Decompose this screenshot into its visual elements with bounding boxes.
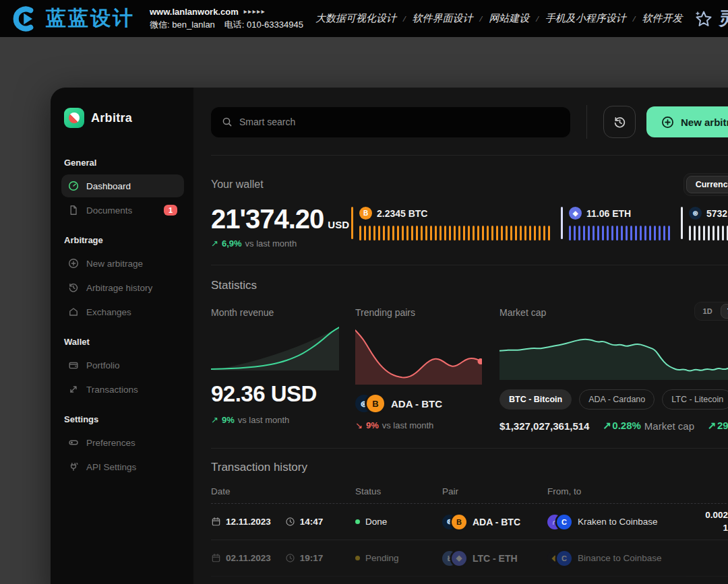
month-revenue-delta: ↗ 9% vs last month — [211, 415, 339, 425]
token-pill-ada-cardano[interactable]: ADA - Cardano — [579, 389, 655, 410]
transaction-row-2[interactable]: 02.11.202319:17PendingŁ◆LTC - ETH◆CBinan… — [211, 540, 728, 577]
plug-icon — [68, 461, 79, 472]
sidebar-item-api-settings[interactable]: API Settings — [61, 455, 184, 478]
collect-brand-text: 灵感收集 — [719, 7, 728, 30]
wallet-section: Your wallet CurrenciesExchanges 21'374.2… — [211, 156, 728, 249]
sidebar-item-preferences[interactable]: Preferences — [61, 431, 184, 454]
document-icon — [68, 205, 79, 216]
column-header-date: Date — [211, 486, 355, 496]
btc-icon: B — [452, 515, 466, 529]
table-body: 12.11.202314:47Done⊛BADA - BTC∩CKraken t… — [211, 504, 728, 584]
lanlan-logo[interactable]: 蓝蓝设计 — [11, 5, 135, 32]
wallet-balance: 21'374.20 USD ↗ 6,9% vs last month — [211, 204, 343, 249]
service-link-5[interactable]: 软件开发 — [642, 12, 682, 25]
sidebar-item-dashboard[interactable]: Dashboard — [61, 174, 184, 197]
sidebar-item-label: Transactions — [86, 385, 138, 395]
range-7d[interactable]: 7D — [721, 304, 728, 319]
sidebar-item-documents[interactable]: Documents1 — [61, 199, 184, 222]
token-pill-ltc-litecoin[interactable]: LTC - Litecoin — [662, 389, 728, 410]
service-separator: / — [633, 13, 636, 24]
column-header-from-to: From, to — [547, 486, 728, 496]
app-brand[interactable]: Arbitra — [61, 108, 184, 128]
sidebar-item-new-arbitrage[interactable]: New arbitrage — [61, 252, 184, 275]
arrows-decoration: ▸▸▸▸▸ — [244, 8, 266, 15]
market-cap-panel: Market cap 1D7D1M BTC - BitcoinADA - Car… — [499, 307, 728, 432]
trending-pair: ⊛B ADA - BTC — [355, 395, 483, 412]
sidebar-item-portfolio[interactable]: Portfolio — [61, 354, 184, 377]
sidebar-item-label: Documents — [86, 205, 132, 216]
cardano-icon: ⊛ — [689, 207, 702, 220]
sidebar-item-label: API Settings — [86, 462, 136, 472]
transaction-row-1[interactable]: 12.11.202314:47Done⊛BADA - BTC∩CKraken t… — [211, 504, 728, 540]
wallet-toggle: CurrenciesExchanges — [684, 173, 728, 196]
wallet-icon — [68, 360, 79, 370]
service-link-2[interactable]: 软件界面设计 — [413, 12, 473, 25]
page-background: Arbitra GeneralDashboardDocuments1Arbitr… — [0, 37, 728, 584]
sidebar-item-exchanges[interactable]: Exchanges — [61, 300, 184, 323]
currency-group-cardano: ⊛5732.61 ADA — [681, 207, 728, 240]
cell-from-to: ◆CBinance to Coinbase — [547, 551, 728, 566]
sidebar-item-label: Portfolio — [86, 360, 120, 370]
collect-logo[interactable]: 灵感收集 — [694, 7, 728, 30]
column-header-status: Status — [355, 486, 442, 496]
cell-status: Pending — [355, 553, 442, 563]
range-selector: 1D7D1M — [694, 302, 728, 321]
coinbase-icon: C — [557, 551, 572, 566]
service-link-1[interactable]: 大数据可视化设计 — [315, 12, 396, 25]
bitcoin-bars — [359, 226, 550, 240]
search-input[interactable] — [239, 117, 559, 127]
sidebar-section-arbitrage: Arbitrage — [64, 235, 181, 245]
status-dot — [355, 519, 360, 524]
cell-from-to: ∩CKraken to Coinbase — [547, 515, 728, 529]
sidebar-item-transactions[interactable]: Transactions — [61, 378, 184, 401]
transaction-history-section: Transaction history DateStatusPairFrom, … — [211, 449, 728, 584]
toggle-icon — [68, 437, 79, 448]
cell-date: 02.11.202319:17 — [211, 553, 355, 563]
history-button[interactable] — [603, 106, 636, 138]
history-restore-icon — [613, 116, 626, 129]
market-cap-label: Market cap — [499, 307, 546, 318]
ethereum-bars — [569, 226, 670, 240]
notification-badge: 1 — [164, 205, 177, 216]
bitcoin-icon: B — [359, 207, 372, 220]
site-url[interactable]: www.lanlanwork.com — [150, 7, 239, 17]
lanlan-logo-icon — [11, 5, 40, 32]
service-link-4[interactable]: 手机及小程序设计 — [545, 12, 626, 25]
cardano-bars — [689, 226, 728, 240]
table-header: DateStatusPairFrom, to — [211, 486, 728, 504]
app-window: Arbitra GeneralDashboardDocuments1Arbitr… — [51, 88, 728, 584]
coinbase-icon: C — [557, 515, 572, 529]
exchange-icon — [68, 306, 79, 317]
search-box[interactable] — [211, 107, 570, 137]
plus-circle-icon — [68, 258, 79, 269]
trending-pairs-label: Trending pairs — [355, 307, 483, 318]
service-separator: / — [403, 13, 406, 24]
sidebar-item-arbitrage-history[interactable]: Arbitrage history — [61, 276, 184, 299]
sidebar-nav: GeneralDashboardDocuments1ArbitrageNew a… — [61, 158, 184, 478]
market-cap-chart — [499, 326, 728, 380]
history-icon — [68, 282, 79, 293]
month-revenue-value: 92.36 USD — [211, 381, 339, 407]
cell-date: 12.11.202314:47 — [211, 517, 355, 527]
topbar: New arbitrage — [211, 105, 728, 139]
sidebar-section-wallet: Wallet — [64, 337, 181, 347]
wallet-tab-currencies[interactable]: Currencies — [686, 176, 728, 193]
service-link-3[interactable]: 网站建设 — [489, 12, 529, 25]
transaction-row-3[interactable]: 29.10.202304:23Done⊛BADA - BTC∩CKraken t… — [211, 577, 728, 584]
trend-up-icon: ↗ — [211, 238, 218, 249]
month-revenue-label: Month revenue — [211, 307, 339, 318]
star-icon — [694, 9, 713, 28]
token-pill-btc-bitcoin[interactable]: BTC - Bitcoin — [499, 389, 572, 410]
token-filter: BTC - BitcoinADA - CardanoLTC - Litecoin… — [499, 389, 728, 410]
trending-pair-label: ADA - BTC — [391, 398, 442, 410]
sidebar-item-label: New arbitrage — [86, 259, 143, 269]
clock-icon — [285, 553, 295, 563]
sidebar-item-label: Arbitrage history — [86, 283, 152, 293]
trending-pairs-panel: Trending pairs ⊛B ADA - BTC ↘ 9% vs last… — [355, 307, 483, 432]
search-icon — [222, 117, 233, 127]
range-1d[interactable]: 1D — [696, 304, 719, 319]
wallet-title: Your wallet — [211, 179, 264, 191]
new-arbitrage-button[interactable]: New arbitrage — [646, 106, 728, 137]
eth-icon: ◆ — [452, 551, 466, 566]
arbitra-logo-icon — [64, 108, 84, 128]
